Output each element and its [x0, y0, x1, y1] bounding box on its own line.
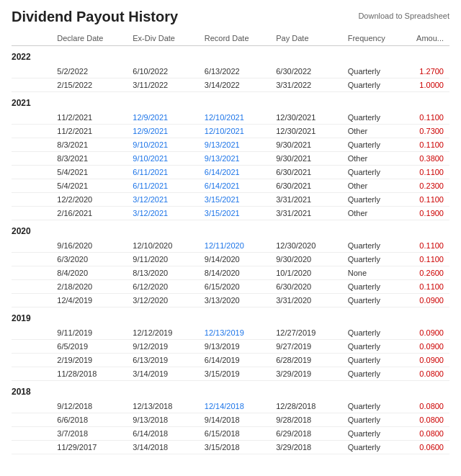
cell-record: 6/15/2018 — [199, 427, 270, 441]
cell-exdiv: 6/14/2018 — [127, 427, 198, 441]
table-row: 12/4/2019 3/12/2020 3/13/2020 3/31/2020 … — [12, 294, 449, 307]
cell-amount: 0.1100 — [406, 111, 449, 125]
cell-empty — [12, 111, 51, 125]
cell-exdiv: 8/13/2020 — [127, 266, 198, 280]
year-row: 2018 — [12, 381, 449, 400]
cell-amount: 0.0900 — [406, 340, 449, 354]
cell-record: 3/15/2018 — [199, 441, 270, 454]
cell-amount: 0.1100 — [406, 280, 449, 294]
cell-amount: 0.0800 — [406, 413, 449, 427]
cell-empty — [12, 253, 51, 266]
cell-freq: Quarterly — [342, 413, 406, 427]
cell-exdiv: 3/11/2022 — [127, 78, 198, 92]
cell-declare: 8/3/2021 — [51, 138, 127, 152]
cell-exdiv: 9/12/2019 — [127, 340, 198, 354]
cell-freq: Quarterly — [342, 78, 406, 92]
cell-pay: 12/30/2021 — [270, 111, 341, 125]
cell-record: 3/15/2021 — [199, 207, 270, 220]
cell-declare: 11/28/2018 — [51, 367, 127, 381]
col-record: Record Date — [199, 31, 270, 46]
cell-exdiv: 6/13/2019 — [127, 354, 198, 367]
table-row: 11/28/2018 3/14/2019 3/15/2019 3/29/2019… — [12, 367, 449, 381]
cell-record: 12/10/2021 — [199, 111, 270, 125]
dividend-table: Declare Date Ex-Div Date Record Date Pay… — [12, 31, 449, 454]
table-row: 9/11/2019 12/12/2019 12/13/2019 12/27/20… — [12, 326, 449, 340]
cell-empty — [12, 400, 51, 413]
table-row: 3/7/2018 6/14/2018 6/15/2018 6/29/2018 Q… — [12, 427, 449, 441]
cell-pay: 9/30/2021 — [270, 138, 341, 152]
cell-declare: 11/2/2021 — [51, 111, 127, 125]
cell-empty — [12, 354, 51, 367]
col-declare: Declare Date — [51, 31, 127, 46]
table-row: 5/4/2021 6/11/2021 6/14/2021 6/30/2021 Q… — [12, 166, 449, 179]
cell-record: 6/14/2021 — [199, 179, 270, 193]
cell-amount: 0.2300 — [406, 179, 449, 193]
cell-amount: 0.1100 — [406, 239, 449, 253]
cell-freq: Other — [342, 152, 406, 166]
cell-empty — [12, 138, 51, 152]
year-row: 2022 — [12, 46, 449, 66]
cell-amount: 0.3800 — [406, 152, 449, 166]
year-label: 2018 — [12, 381, 449, 400]
cell-amount: 0.7300 — [406, 125, 449, 138]
cell-freq: Other — [342, 207, 406, 220]
cell-declare: 5/2/2022 — [51, 65, 127, 78]
cell-declare: 2/18/2020 — [51, 280, 127, 294]
table-row: 6/6/2018 9/13/2018 9/14/2018 9/28/2018 Q… — [12, 413, 449, 427]
cell-amount: 0.0900 — [406, 354, 449, 367]
cell-declare: 5/4/2021 — [51, 166, 127, 179]
cell-empty — [12, 78, 51, 92]
cell-declare: 8/3/2021 — [51, 152, 127, 166]
cell-exdiv: 3/14/2018 — [127, 441, 198, 454]
table-row: 12/2/2020 3/12/2021 3/15/2021 3/31/2021 … — [12, 193, 449, 207]
cell-declare: 11/2/2021 — [51, 125, 127, 138]
cell-exdiv: 12/13/2018 — [127, 400, 198, 413]
cell-exdiv: 9/10/2021 — [127, 152, 198, 166]
cell-freq: Quarterly — [342, 193, 406, 207]
cell-empty — [12, 367, 51, 381]
cell-declare: 9/11/2019 — [51, 326, 127, 340]
cell-declare: 9/12/2018 — [51, 400, 127, 413]
cell-amount: 0.1100 — [406, 138, 449, 152]
cell-record: 12/13/2019 — [199, 326, 270, 340]
cell-record: 3/14/2022 — [199, 78, 270, 92]
cell-declare: 2/16/2021 — [51, 207, 127, 220]
cell-freq: Quarterly — [342, 354, 406, 367]
cell-exdiv: 9/13/2018 — [127, 413, 198, 427]
table-row: 2/16/2021 3/12/2021 3/15/2021 3/31/2021 … — [12, 207, 449, 220]
col-pay: Pay Date — [270, 31, 341, 46]
col-amount: Amou... — [406, 31, 449, 46]
cell-record: 9/13/2021 — [199, 152, 270, 166]
cell-pay: 3/29/2019 — [270, 367, 341, 381]
page-header: Dividend Payout History Download to Spre… — [0, 0, 461, 31]
cell-exdiv: 9/11/2020 — [127, 253, 198, 266]
table-row: 9/16/2020 12/10/2020 12/11/2020 12/30/20… — [12, 239, 449, 253]
table-body: 2022 5/2/2022 6/10/2022 6/13/2022 6/30/2… — [12, 46, 449, 454]
cell-freq: Other — [342, 125, 406, 138]
cell-freq: Quarterly — [342, 427, 406, 441]
cell-record: 8/14/2020 — [199, 266, 270, 280]
table-row: 11/2/2021 12/9/2021 12/10/2021 12/30/202… — [12, 111, 449, 125]
cell-declare: 6/5/2019 — [51, 340, 127, 354]
cell-exdiv: 3/12/2021 — [127, 193, 198, 207]
cell-record: 6/14/2019 — [199, 354, 270, 367]
cell-amount: 0.0900 — [406, 294, 449, 307]
cell-freq: Quarterly — [342, 138, 406, 152]
cell-empty — [12, 280, 51, 294]
table-row: 8/3/2021 9/10/2021 9/13/2021 9/30/2021 Q… — [12, 138, 449, 152]
cell-exdiv: 12/9/2021 — [127, 125, 198, 138]
cell-freq: Quarterly — [342, 294, 406, 307]
table-row: 11/29/2017 3/14/2018 3/15/2018 3/29/2018… — [12, 441, 449, 454]
cell-pay: 6/28/2019 — [270, 354, 341, 367]
cell-empty — [12, 427, 51, 441]
cell-record: 3/15/2021 — [199, 193, 270, 207]
col-year — [12, 31, 51, 46]
cell-empty — [12, 179, 51, 193]
cell-freq: Quarterly — [342, 367, 406, 381]
download-link[interactable]: Download to Spreadsheet — [358, 9, 449, 20]
cell-pay: 6/30/2020 — [270, 280, 341, 294]
table-row: 6/3/2020 9/11/2020 9/14/2020 9/30/2020 Q… — [12, 253, 449, 266]
cell-pay: 3/31/2021 — [270, 193, 341, 207]
cell-declare: 9/16/2020 — [51, 239, 127, 253]
cell-amount: 1.0000 — [406, 78, 449, 92]
